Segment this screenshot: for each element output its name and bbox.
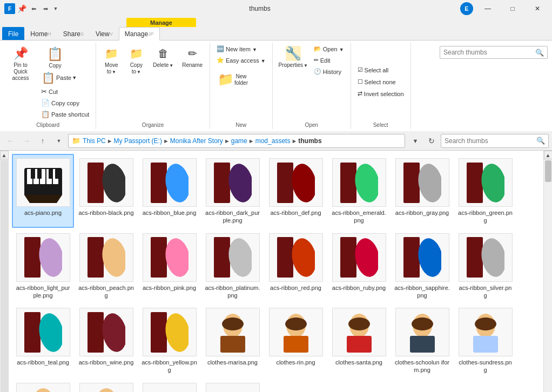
file-item[interactable]: acs-ribbon_pink.png (138, 229, 200, 303)
file-item[interactable]: acs-ribbon_red.png (265, 229, 327, 303)
scroll-up-btn[interactable]: ▲ (0, 151, 9, 159)
folder-tree-btn[interactable]: 📁 (72, 137, 80, 145)
file-item[interactable]: acs-ribbon_yellow.png (138, 303, 200, 377)
svg-rect-49 (220, 336, 245, 353)
file-item[interactable]: clothes-marisa.png (201, 303, 264, 377)
svg-point-63 (33, 388, 53, 392)
refresh-btn[interactable]: ↻ (425, 134, 439, 148)
file-item[interactable]: acs-ribbon_blue.png (138, 154, 200, 228)
file-item[interactable]: acs-ribbon_peach.png (75, 229, 137, 303)
properties-btn[interactable]: 🔧 Properties▼ (277, 44, 309, 71)
file-item[interactable]: locked.png (138, 379, 200, 392)
file-item[interactable]: acs-ribbon_platinum.png (201, 229, 264, 303)
svg-marker-11 (24, 195, 62, 203)
breadcrumb-item-modassets[interactable]: mod_assets (255, 137, 291, 145)
cut-btn[interactable]: ✂ Cut (39, 86, 91, 97)
file-name: acs-ribbon-black.png (78, 209, 133, 217)
breadcrumb-item-monika[interactable]: Monika After Story (170, 137, 223, 145)
right-scroll-thumb[interactable] (545, 160, 551, 182)
file-item[interactable]: acs-ribbon_gray.png (391, 154, 453, 228)
breadcrumb-item-passport[interactable]: My Passport (E:) (114, 137, 162, 145)
file-item[interactable]: clothes-sundress.png (454, 303, 516, 377)
new-item-btn[interactable]: 🆕 New item ▼ (214, 44, 259, 54)
paste-btn[interactable]: 📋 Paste ▼ (39, 70, 71, 86)
file-item[interactable]: remove.png (201, 379, 264, 392)
svg-rect-10 (55, 169, 59, 179)
tab-manage[interactable]: Manage JP (119, 27, 160, 40)
nav-back-btn[interactable]: ← (3, 134, 17, 147)
scroll-thumb[interactable] (1, 160, 8, 392)
select-all-btn[interactable]: ☑ Select all (355, 65, 391, 75)
maximize-btn[interactable]: □ (500, 0, 525, 17)
paste-icon: 📋 (42, 71, 55, 84)
nav-recent-btn[interactable]: ▼ (52, 134, 66, 147)
file-item[interactable]: acs-ribbon_light_purple.png (12, 229, 74, 303)
account-btn[interactable]: E (460, 2, 473, 15)
file-item[interactable]: hair-down.png (12, 379, 74, 392)
paste-dropdown-arrow[interactable]: ▼ (72, 75, 77, 80)
right-scroll-up-btn[interactable]: ▲ (544, 151, 553, 159)
close-btn[interactable]: ✕ (525, 0, 550, 17)
file-item[interactable]: clothes-santa.png (328, 303, 390, 377)
invert-selection-btn[interactable]: ⇄ Invert selection (355, 89, 406, 99)
tab-file[interactable]: File (2, 27, 24, 40)
new-label: New (235, 120, 246, 128)
delete-icon: 🗑 (156, 46, 171, 61)
history-btn[interactable]: 🕐 History (312, 66, 346, 77)
select-none-btn[interactable]: ☐ Select none (355, 77, 398, 87)
edit-btn[interactable]: ✏ Edit (312, 55, 346, 65)
file-item[interactable]: acs-ribbon_ruby.png (328, 229, 390, 303)
copy-copy-btn[interactable]: 📄 Copy copy (39, 97, 91, 109)
file-item[interactable]: acs-ribbon_dark_purple.png (201, 154, 264, 228)
address-search-box[interactable]: 🔍 (441, 134, 549, 148)
file-item[interactable]: acs-ribbon_emerald.png (328, 154, 390, 228)
delete-btn[interactable]: 🗑 Delete▼ (150, 44, 176, 71)
pin-to-quick-btn[interactable]: 📌 Pin to Quickaccess (4, 44, 37, 84)
rename-btn[interactable]: ✏ Rename (179, 44, 205, 71)
nav-forward-btn[interactable]: → (19, 134, 33, 147)
tab-home[interactable]: Home H (24, 27, 57, 40)
copy-to-btn[interactable]: 📁 Copyto▼ (125, 44, 147, 77)
file-item[interactable]: acs-ribbon_silver.png (454, 229, 516, 303)
file-item[interactable]: hair-ponytail.png (75, 379, 137, 392)
copy-btn[interactable]: 📋 Copy (39, 44, 71, 70)
breadcrumb-item-thispc[interactable]: This PC (83, 137, 106, 145)
qat-undo-btn[interactable]: ⬅ (28, 3, 39, 14)
svg-point-53 (285, 317, 307, 330)
minimize-btn[interactable]: ― (475, 0, 500, 17)
file-item[interactable]: acs-ribbon_green.png (454, 154, 516, 228)
file-item[interactable]: clothes-schoolun iform.png (391, 303, 453, 377)
file-item[interactable]: clothes-rin.png (265, 303, 327, 377)
qat-redo-btn[interactable]: ➡ (40, 3, 51, 14)
file-item[interactable]: acs-ribbon-black.png (75, 154, 137, 228)
paste-shortcut-btn[interactable]: 📋 Paste shortcut (39, 109, 91, 120)
tab-view[interactable]: View V (90, 27, 119, 40)
open-btn[interactable]: 📂 Open ▼ (312, 44, 346, 54)
ribbon: Manage File Home H Share S View V Manage… (0, 17, 552, 131)
file-item[interactable]: acs-ribbon_teal.png (12, 303, 74, 377)
search-thumbs-input[interactable] (443, 49, 533, 56)
easy-access-btn[interactable]: ⭐ Easy access ▼ (214, 55, 268, 65)
file-item[interactable]: acs-piano.png (12, 154, 74, 228)
address-bar: ← → ↑ ▼ 📁 This PC ► My Passport (E:) ► M… (0, 131, 552, 151)
main-area: ▲ ▼ acs-piano.png acs-ribbon-black.png a… (0, 151, 552, 392)
file-item[interactable]: acs-ribbon_wine.png (75, 303, 137, 377)
new-folder-btn[interactable]: 📁 Newfolder (214, 69, 252, 91)
breadcrumb-item-game[interactable]: game (231, 137, 247, 145)
qat-pin-btn[interactable]: 📌 (16, 3, 27, 14)
address-search-icon: 🔍 (536, 137, 545, 145)
nav-up-btn[interactable]: ↑ (36, 134, 50, 147)
qat-dropdown-btn[interactable]: ▼ (52, 3, 59, 14)
file-thumb (79, 158, 133, 207)
address-search-input[interactable] (445, 137, 534, 145)
file-name: acs-ribbon_teal.png (17, 359, 69, 366)
move-to-btn[interactable]: 📁 Moveto▼ (100, 44, 122, 77)
search-thumbs-box[interactable]: 🔍 (440, 46, 548, 59)
select-group: ☑ Select all ☐ Select none ⇄ Invert sele… (351, 43, 411, 129)
file-item[interactable]: acs-ribbon_sapphire.png (391, 229, 453, 303)
file-thumb (269, 158, 323, 207)
file-item[interactable]: acs-ribbon_def.png (265, 154, 327, 228)
file-thumb (143, 158, 197, 207)
tab-share[interactable]: Share S (57, 27, 90, 40)
address-dropdown-btn[interactable]: ▼ (408, 134, 422, 148)
